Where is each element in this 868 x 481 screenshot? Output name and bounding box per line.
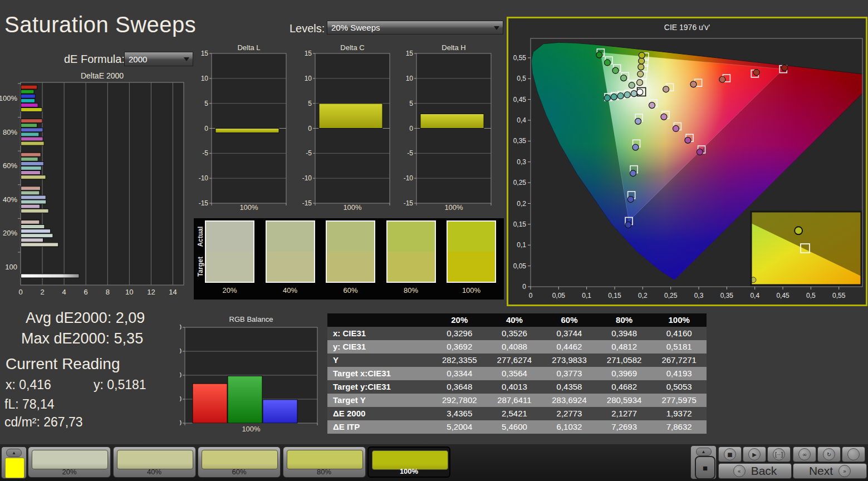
- cie-measured-yellow-20: [637, 80, 643, 86]
- back-label: Back: [751, 464, 777, 478]
- chart-text: -5: [202, 149, 208, 157]
- level-label: 60%: [198, 468, 280, 476]
- deltae-bar-80%-2: [21, 128, 43, 132]
- chart-text: Delta C: [340, 43, 364, 52]
- deltae-bar-80%-3: [21, 132, 39, 136]
- table-row-label: y: CIE31: [327, 340, 432, 354]
- chart-text: 0,45: [776, 292, 789, 300]
- chart-text: -5: [407, 149, 413, 157]
- table-row: Y282,3355277,6274273,9833271,0582267,727…: [327, 354, 707, 367]
- deltae-bar-40%-5: [21, 209, 49, 213]
- table-row-label: Y: [327, 354, 432, 367]
- actual-swatch: [448, 222, 495, 252]
- chart-text: 12: [147, 288, 155, 296]
- infinity-button[interactable]: ∞: [793, 446, 816, 462]
- stop-button[interactable]: ■: [718, 446, 742, 462]
- levels-value: 20% Sweeps: [331, 23, 380, 32]
- level-button-80%[interactable]: 80%: [283, 446, 366, 478]
- bottom-toolbar: ▲ 20%40%60%80%100% ▲ ■ ■▶[··]∞↻ « Back N…: [0, 444, 868, 481]
- level-button-100%[interactable]: 100%: [367, 446, 450, 478]
- table-cell: 0,5053: [651, 380, 707, 394]
- chart-text: 6: [84, 288, 88, 296]
- cie-measured-blue-80: [627, 197, 634, 203]
- chart-text: 0: [409, 125, 413, 132]
- delta-c-chart: Delta C151050-5-10-15100%: [301, 43, 393, 212]
- chart-text: 2: [40, 288, 44, 296]
- table-cell: 0,3344: [432, 367, 487, 380]
- table-cell: 0,3773: [542, 367, 597, 380]
- play-button[interactable]: ▶: [743, 446, 766, 462]
- frame-button[interactable]: [··]: [767, 446, 791, 462]
- table-cell: 7,2693: [597, 420, 652, 434]
- table-cell: 283,6924: [542, 394, 597, 407]
- back-button[interactable]: « Back: [718, 463, 792, 479]
- current-reading-heading: Current Reading: [6, 355, 120, 373]
- target-swatch: [448, 252, 495, 282]
- chart-text: 0,3: [694, 292, 704, 300]
- cie-measured-yellow-60: [638, 64, 644, 70]
- table-cell: 277,6274: [487, 354, 542, 367]
- chart-text: 120: [180, 323, 182, 331]
- table-cell: 0,3948: [597, 327, 652, 340]
- chart-text: 0,55: [513, 54, 527, 62]
- table-row: y: CIE310,36920,40880,44620,48120,5181: [327, 340, 707, 354]
- collapse-up-icon[interactable]: ▲: [696, 448, 712, 456]
- measurement-table: 20%40%60%80%100%x: CIE310,32960,35260,37…: [327, 313, 707, 434]
- level-button-20%[interactable]: 20%: [28, 446, 111, 478]
- table-cell: 2,5421: [487, 407, 542, 420]
- table-cell: 3,4365: [432, 407, 487, 420]
- deltae-bar-100-0: [21, 274, 80, 278]
- table-cell: 0,4088: [487, 340, 542, 354]
- table-header-cell: [327, 313, 432, 327]
- chart-text: DeltaE 2000: [81, 71, 124, 80]
- level-button-60%[interactable]: 60%: [198, 446, 281, 478]
- deltae-bar-40%-2: [21, 195, 46, 199]
- chart-text: 0,25: [513, 179, 527, 186]
- table-cell: 0,4462: [542, 340, 597, 354]
- table-cell: 0,4013: [487, 380, 542, 394]
- table-cell: 1,9372: [651, 407, 707, 420]
- table-row: x: CIE310,32960,35260,37440,39480,4160: [327, 327, 707, 340]
- cie-measured-blue-40: [632, 144, 639, 150]
- table-cell: 0,4193: [651, 367, 707, 380]
- deltae-bar-20%-1: [21, 225, 45, 229]
- table-cell: 273,9833: [542, 354, 597, 367]
- frame-icon: [··]: [773, 448, 785, 460]
- deltae-bar-60%-4: [21, 171, 41, 175]
- levels-dropdown[interactable]: 20% Sweeps: [327, 21, 503, 35]
- next-button[interactable]: Next »: [793, 463, 867, 479]
- deltae-bar-40%-1: [21, 191, 40, 195]
- collapse-up-icon[interactable]: ▲: [6, 449, 22, 457]
- chart-text: 100%: [343, 203, 362, 212]
- level-swatch: [287, 450, 363, 469]
- chart-text: 0,4: [750, 292, 759, 300]
- blank-button[interactable]: [842, 446, 865, 462]
- level-button-40%[interactable]: 40%: [113, 446, 196, 478]
- deltae-bar-20%-5: [21, 243, 58, 247]
- chart-text: 0,15: [608, 292, 621, 300]
- levels-label: Levels:: [290, 22, 325, 35]
- cie-measured-red-20: [663, 86, 669, 92]
- chart-text: -10: [302, 174, 312, 182]
- deltae-bar-60%-5: [21, 175, 46, 179]
- de-formula-dropdown[interactable]: 2000: [124, 52, 193, 66]
- table-row: Target x:CIE310,33440,35640,37730,39690,…: [327, 367, 707, 380]
- refresh-button[interactable]: ↻: [817, 446, 841, 462]
- cie-measured-green-40: [621, 75, 627, 81]
- chart-text: 10: [305, 75, 312, 82]
- page-title: Saturation Sweeps: [4, 12, 196, 37]
- table-row-label: Target y:CIE31: [327, 380, 432, 394]
- level-label: 100%: [369, 467, 449, 475]
- deltae-bar-100%-2: [21, 94, 36, 98]
- table-header-cell: 80%: [597, 313, 652, 327]
- delta-c-bar: [319, 104, 382, 129]
- table-row: ΔE 20003,43652,54212,27732,12771,9372: [327, 407, 707, 420]
- chart-text: 15: [305, 50, 312, 57]
- table-cell: 0,3526: [487, 327, 542, 340]
- chart-text: 100: [5, 263, 17, 271]
- target-swatch: [327, 252, 374, 282]
- deltae-bar-80%-0: [21, 119, 42, 123]
- stop-button[interactable]: ■: [695, 456, 715, 479]
- chart-text: -10: [199, 174, 209, 182]
- chart-text: 0,45: [513, 96, 527, 104]
